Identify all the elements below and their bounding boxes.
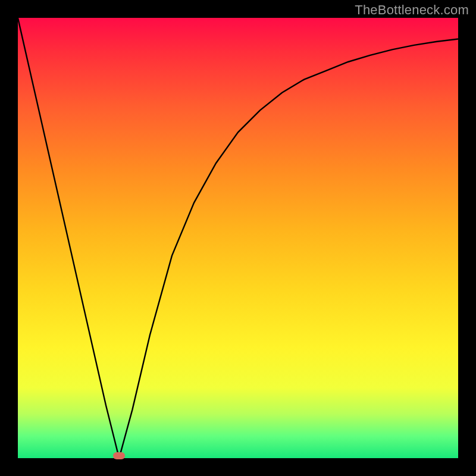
curve-layer xyxy=(18,18,458,458)
optimum-marker xyxy=(113,452,125,459)
chart-curve xyxy=(18,18,458,458)
plot-area xyxy=(18,18,458,458)
watermark-text: TheBottleneck.com xyxy=(355,2,469,18)
chart-frame: TheBottleneck.com xyxy=(0,0,476,476)
